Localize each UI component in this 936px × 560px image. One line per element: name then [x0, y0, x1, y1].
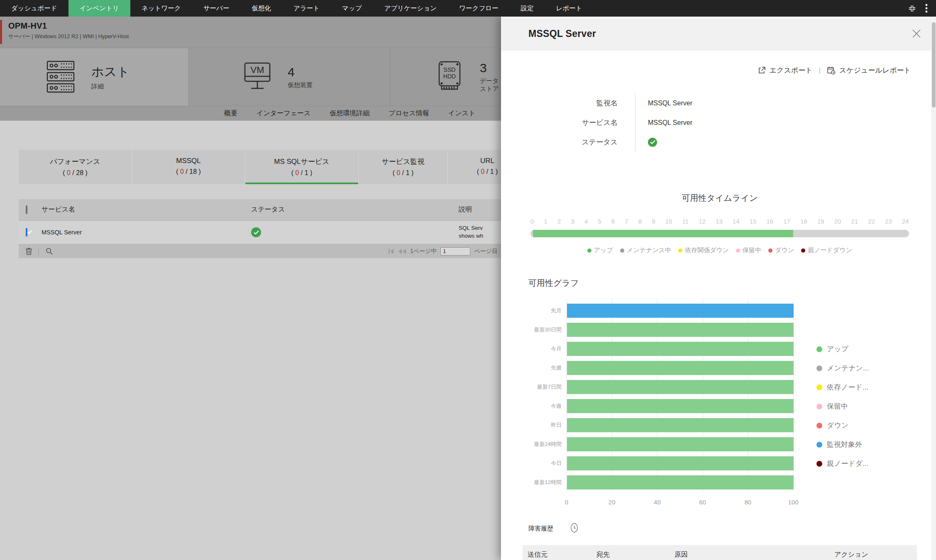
subtab-インスト[interactable]: インスト	[448, 109, 476, 118]
chart-bar-先週[interactable]	[567, 361, 794, 375]
page-number-input[interactable]	[440, 247, 470, 256]
panel-body: エクスポート | スケジュールレポート 監視名MSSQL Serverサービス名…	[501, 51, 936, 560]
chart-bar-最新7日間[interactable]	[567, 380, 794, 394]
subtab-インターフェース[interactable]: インターフェース	[257, 109, 310, 118]
panel-scrollbar[interactable]	[931, 17, 936, 560]
timeline-legend-依存関係ダウン: 依存関係ダウン	[678, 246, 729, 254]
chart-bar-今週[interactable]	[567, 399, 794, 413]
legend-label: 保留中	[743, 246, 761, 254]
monitor-tab-label: サービス監視	[359, 157, 447, 166]
close-icon[interactable]	[911, 28, 922, 39]
nav-item-インベントリ[interactable]: インベントリ	[68, 0, 130, 17]
chart-legend-親ノードダ...[interactable]: 親ノードダ...	[816, 459, 869, 468]
collapse-icon[interactable]	[908, 5, 916, 12]
field-row-監視名: 監視名MSSQL Server	[528, 93, 911, 113]
nav-item-ネットワーク[interactable]: ネットワーク	[130, 0, 192, 17]
subtab-プロセス情報[interactable]: プロセス情報	[389, 109, 429, 118]
nav-item-マップ[interactable]: マップ	[331, 0, 373, 17]
datastore-icon: SSD HDD	[434, 61, 465, 94]
monitor-tab-count: ( 0 / 28 )	[19, 169, 132, 177]
row-checkbox[interactable]	[26, 228, 27, 236]
table-footer: 1ページ中 ページ目	[19, 244, 501, 258]
scrollbar-thumb[interactable]	[932, 22, 936, 107]
chart-bar-row	[567, 377, 793, 397]
monitor-tab-パフォーマンス[interactable]: パフォーマンス( 0 / 28 )	[19, 150, 132, 184]
trash-icon[interactable]	[25, 247, 32, 255]
subtab-仮想環境詳細[interactable]: 仮想環境詳細	[330, 109, 369, 118]
device-header: OPM-HV1 サーバー | Windows 2012 R2 | WMI | H…	[0, 17, 501, 48]
kebab-menu-icon[interactable]	[925, 4, 928, 13]
first-page-icon[interactable]	[388, 248, 394, 254]
monitor-tab-MSSQL[interactable]: MSSQL( 0 / 18 )	[132, 150, 245, 184]
legend-label: メンテナンス中	[627, 246, 671, 254]
export-button[interactable]: エクスポート	[758, 66, 813, 75]
field-value	[635, 138, 657, 147]
timeline-tick: 24	[902, 218, 909, 225]
card-subtitle: データストア	[480, 77, 501, 93]
chart-bar-今月[interactable]	[567, 342, 794, 356]
legend-dot	[736, 248, 740, 253]
search-icon[interactable]	[45, 247, 53, 255]
monitor-tab-count: ( 0 / 1 )	[359, 169, 447, 177]
chart-bar-最新30日間[interactable]	[567, 323, 794, 337]
nav-item-仮想化[interactable]: 仮想化	[240, 0, 282, 17]
chart-legend-依存ノード...[interactable]: 依存ノード...	[816, 382, 869, 392]
chart-bar-最新24時間[interactable]	[567, 437, 794, 451]
monitor-tab-MS SQLサービス[interactable]: MS SQLサービス( 0 / 1 )	[245, 150, 359, 184]
axis-tick-40: 40	[654, 499, 661, 506]
axis-tick-100: 100	[788, 499, 798, 506]
detail-panel: MSSQL Server エクスポート |	[501, 17, 936, 560]
timeline-tick: 22	[868, 218, 875, 225]
chart-label-今日: 今日	[528, 454, 567, 473]
nav-right-icons	[908, 0, 936, 17]
field-row-ステータス: ステータス	[528, 132, 911, 152]
chart-bar-先月[interactable]	[567, 304, 794, 318]
timeline-legend-アップ: アップ	[587, 246, 613, 254]
timeline-legend-メンテナンス中: メンテナンス中	[620, 246, 671, 254]
nav-item-ダッシュボード[interactable]: ダッシュボード	[0, 0, 68, 17]
prev-page-icon[interactable]	[398, 248, 406, 254]
nav-item-ワークフロー[interactable]: ワークフロー	[448, 0, 509, 17]
chart-legend-保留中[interactable]: 保留中	[816, 402, 869, 411]
nav-item-アプリケーション[interactable]: アプリケーション	[373, 0, 448, 17]
status-up-icon	[648, 138, 657, 147]
service-name-cell: MSSQL Server	[42, 229, 251, 236]
chart-legend-メンテナン...[interactable]: メンテナン...	[816, 363, 869, 373]
nav-item-レポート[interactable]: レポート	[545, 0, 594, 17]
monitor-tab-URL[interactable]: URL( 0 / 1 )	[448, 150, 501, 184]
card-text: 3データストア	[480, 61, 501, 93]
monitor-tab-サービス監視[interactable]: サービス監視( 0 / 1 )	[359, 150, 448, 184]
timeline-bar[interactable]	[530, 230, 909, 237]
monitor-tab-label: MS SQLサービス	[245, 157, 358, 166]
timeline-up-segment	[533, 230, 793, 237]
chart-bar-row	[567, 339, 793, 358]
subtab-概要[interactable]: 概要	[224, 109, 237, 118]
legend-label: ダウン	[775, 246, 794, 254]
summary-card-仮想装置[interactable]: VM 4仮想装置	[189, 48, 390, 106]
chart-legend-アップ[interactable]: アップ	[816, 344, 869, 354]
chart-bar-昨日[interactable]	[567, 418, 794, 432]
schedule-report-button[interactable]: スケジュールレポート	[827, 66, 911, 75]
clock-icon[interactable]	[569, 523, 579, 534]
summary-card-データストア[interactable]: SSD HDD 3データストア	[390, 48, 501, 106]
chart-label-最新12時間: 最新12時間	[528, 473, 567, 492]
table-row[interactable]: MSSQL ServerSQL Servshows wh	[19, 221, 501, 244]
chart-bar-最新12時間[interactable]	[567, 475, 794, 489]
chart-legend-監視対象外[interactable]: 監視対象外	[816, 440, 869, 449]
summary-card-詳細[interactable]: ホスト詳細	[0, 48, 189, 106]
nav-item-設定[interactable]: 設定	[510, 0, 545, 17]
chart-legend-ダウン[interactable]: ダウン	[816, 421, 869, 430]
device-name: OPM-HV1	[8, 21, 501, 31]
summary-cards: ホスト詳細 VM 4仮想装置 SSD HDD 3データストア	[0, 48, 501, 106]
nav-item-サーバー[interactable]: サーバー	[192, 0, 241, 17]
legend-label: 依存関係ダウン	[685, 246, 729, 254]
availability-chart: 可用性グラフ 先月最新30日間今月先週最新7日間今週昨日最新24時間今日最新12…	[528, 278, 911, 510]
history-col-送信元: 送信元	[523, 550, 596, 559]
axis-tick-60: 60	[699, 499, 706, 506]
status-cell	[251, 227, 459, 237]
chart-bar-今日[interactable]	[567, 456, 794, 470]
card-text: 4仮想装置	[288, 65, 313, 89]
monitor-tab-count: ( 0 / 1 )	[245, 169, 358, 177]
select-all-checkbox[interactable]	[26, 205, 27, 214]
nav-item-アラート[interactable]: アラート	[282, 0, 331, 17]
